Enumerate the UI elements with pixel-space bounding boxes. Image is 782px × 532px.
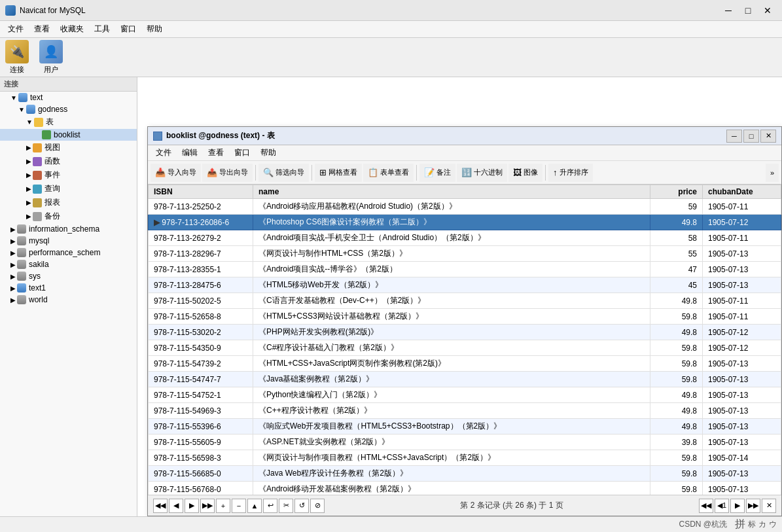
inner-menu-window[interactable]: 窗口 (229, 146, 255, 160)
cell-isbn: 978-7-113-26279-2 (149, 230, 253, 246)
cell-name: 《响应式Web开发项目教程（HTML5+CSS3+Bootstrap）（第2版）… (253, 419, 650, 434)
table-row[interactable]: 978-7-113-28296-7《网页设计与制作HTML+CSS（第2版）》5… (149, 246, 781, 262)
sidebar-item-booklist[interactable]: booklist (0, 129, 137, 141)
sidebar-item-godness[interactable]: ▼ godness (0, 103, 137, 115)
col-header-name[interactable]: name (253, 185, 650, 199)
sidebar-item-events[interactable]: ▶ 事件 (0, 168, 137, 182)
nav-undo-button[interactable]: ↩ (263, 499, 277, 513)
table-row[interactable]: 978-7-115-56598-3《网页设计与制作项目教程（HTML+CSS+J… (149, 450, 781, 466)
nav-refresh-button[interactable]: ↺ (294, 499, 309, 513)
image-label: 图像 (524, 168, 538, 177)
import-wizard-button[interactable]: 📥 导入向导 (151, 164, 201, 182)
nav-up-button[interactable]: ▲ (247, 499, 262, 513)
form-label: 表单查看 (380, 168, 409, 177)
collapse-arrow-reports: ▶ (26, 199, 31, 206)
grid-view-button[interactable]: ⊞ 网格查看 (315, 164, 362, 182)
sidebar-item-text[interactable]: ▼ text (0, 92, 137, 103)
menu-bookmarks[interactable]: 收藏夹 (55, 22, 89, 36)
export-wizard-button[interactable]: 📤 导出向导 (202, 164, 253, 182)
cell-date: 1905-07-13 (703, 387, 781, 403)
col-header-isbn[interactable]: ISBN (149, 185, 253, 199)
table-row[interactable]: 978-7-113-25250-2《Android移动应用基础教程(Androi… (149, 199, 781, 215)
form-view-button[interactable]: 📋 表单查看 (363, 164, 414, 182)
sidebar-label-godness: godness (38, 105, 67, 114)
table-row[interactable]: 978-7-115-56685-0《Java Web程序设计任务教程（第2版）》… (149, 466, 781, 482)
connect-button[interactable]: 🔌 连接 (5, 40, 29, 75)
table-row[interactable]: 978-7-115-50202-5《C语言开发基础教程（Dev-C++）（第2版… (149, 293, 781, 309)
sidebar-item-information-schema[interactable]: ▶ information_schema (0, 223, 137, 235)
sidebar-item-functions[interactable]: ▶ 函数 (0, 154, 137, 168)
inner-menu-bar: 文件 编辑 查看 窗口 帮助 (148, 145, 781, 161)
toolbar-more-button[interactable]: » (766, 164, 779, 182)
table-row[interactable]: 978-7-115-54350-9《C#程序设计基础入门教程（第2版）》59.8… (149, 340, 781, 356)
nav-stop-button[interactable]: ⊘ (310, 499, 325, 513)
inner-close-button[interactable]: ✕ (760, 130, 776, 143)
inner-menu-edit[interactable]: 编辑 (177, 146, 203, 160)
inner-window-icon (153, 132, 162, 141)
cell-isbn: 978-7-115-53020-2 (149, 325, 253, 340)
menu-tools[interactable]: 工具 (89, 22, 115, 36)
user-button[interactable]: 👤 用户 (39, 40, 63, 75)
table-row[interactable]: 978-7-115-54747-7《Java基础案例教程（第2版）》59.819… (149, 372, 781, 387)
sidebar-item-queries[interactable]: ▶ 查询 (0, 182, 137, 196)
sidebar-item-text1[interactable]: ▶ text1 (0, 282, 137, 294)
hex-button[interactable]: 🔢 十六进制 (457, 164, 507, 182)
nav-prev-button[interactable]: ◀ (169, 499, 183, 513)
nav-first-button[interactable]: ◀◀ (153, 499, 168, 513)
image-button[interactable]: 🖼 图像 (508, 164, 542, 182)
table-row[interactable]: 978-7-115-52658-8《HTML5+CSS3网站设计基础教程（第2版… (149, 309, 781, 325)
table-row[interactable]: 978-7-115-54969-3《C++程序设计教程（第2版）》49.8190… (149, 403, 781, 419)
sidebar-item-sys[interactable]: ▶ sys (0, 270, 137, 282)
col-header-date[interactable]: chubanDate (703, 185, 781, 199)
table-row[interactable]: ▶ 978-7-113-26086-6《Photoshop CS6图像设计案例教… (149, 215, 781, 230)
nav-page-close-button[interactable]: ✕ (762, 499, 776, 513)
table-row[interactable]: 978-7-113-26279-2《Android项目实战-手机安全卫士（And… (149, 230, 781, 246)
nav-last-button[interactable]: ▶▶ (200, 499, 215, 513)
inner-menu-view[interactable]: 查看 (203, 146, 229, 160)
inner-menu-file[interactable]: 文件 (151, 146, 177, 160)
table-row[interactable]: 978-7-115-56768-0《Android移动开发基础案例教程（第2版）… (149, 482, 781, 495)
table-row[interactable]: 978-7-115-54739-2《HTML+CSS+JavaScript网页制… (149, 356, 781, 372)
table-row[interactable]: 978-7-115-55605-9《ASP.NET就业实例教程（第2版）》39.… (149, 434, 781, 450)
sort-asc-button[interactable]: ↑ 升序排序 (548, 164, 593, 182)
nav-page-first-button[interactable]: ◀◀ (699, 499, 713, 513)
sidebar-item-perf-schema[interactable]: ▶ performance_schem (0, 247, 137, 258)
nav-delete-button[interactable]: − (232, 499, 246, 513)
table-row[interactable]: 978-7-115-54752-1《Python快速编程入门（第2版）》49.8… (149, 387, 781, 403)
cell-isbn: 978-7-115-56768-0 (149, 482, 253, 495)
nav-cut-button[interactable]: ✂ (279, 499, 293, 513)
note-button[interactable]: 📝 备注 (419, 164, 455, 182)
table-row[interactable]: 978-7-115-55396-6《响应式Web开发项目教程（HTML5+CSS… (149, 419, 781, 434)
sidebar-item-reports[interactable]: ▶ 报表 (0, 196, 137, 209)
inner-minimize-button[interactable]: ─ (726, 130, 742, 143)
col-header-price[interactable]: price (650, 185, 703, 199)
inner-maximize-button[interactable]: □ (743, 130, 759, 143)
sidebar-item-sakila[interactable]: ▶ sakila (0, 258, 137, 270)
nav-page-prev-button[interactable]: ◀1 (715, 499, 729, 513)
sidebar-item-world[interactable]: ▶ world (0, 294, 137, 306)
sidebar-item-mysql[interactable]: ▶ mysql (0, 235, 137, 247)
nav-next-button[interactable]: ▶ (185, 499, 199, 513)
filter-wizard-button[interactable]: 🔍 筛选向导 (258, 164, 309, 182)
nav-page-last-button[interactable]: ▶▶ (746, 499, 760, 513)
collapse-arrow-functions: ▶ (26, 158, 31, 165)
nav-add-button[interactable]: + (216, 499, 230, 513)
table-row[interactable]: 978-7-113-28355-1《Android项目实战--博学谷》（第2版）… (149, 262, 781, 277)
cell-price: 59.8 (650, 340, 703, 356)
sidebar-item-views[interactable]: ▶ 视图 (0, 141, 137, 154)
table-row[interactable]: 978-7-115-53020-2《PHP网站开发实例教程(第2版)》49.81… (149, 325, 781, 340)
sidebar-item-backups[interactable]: ▶ 备份 (0, 209, 137, 223)
maximize-button[interactable]: □ (739, 3, 757, 18)
minimize-button[interactable]: ─ (719, 3, 738, 18)
table-row[interactable]: 978-7-113-28475-6《HTML5移动Web开发（第2版）》4519… (149, 277, 781, 293)
sidebar-item-table-folder[interactable]: ▼ 表 (0, 115, 137, 129)
cell-price: 59.8 (650, 466, 703, 482)
menu-window[interactable]: 窗口 (115, 22, 141, 36)
menu-view[interactable]: 查看 (29, 22, 55, 36)
nav-page-next-button[interactable]: ▶ (730, 499, 745, 513)
inner-window-title: booklist @godness (text) - 表 (166, 130, 726, 141)
menu-file[interactable]: 文件 (3, 22, 29, 36)
inner-menu-help[interactable]: 帮助 (255, 146, 281, 160)
close-button[interactable]: ✕ (758, 3, 777, 18)
menu-help[interactable]: 帮助 (141, 22, 168, 36)
